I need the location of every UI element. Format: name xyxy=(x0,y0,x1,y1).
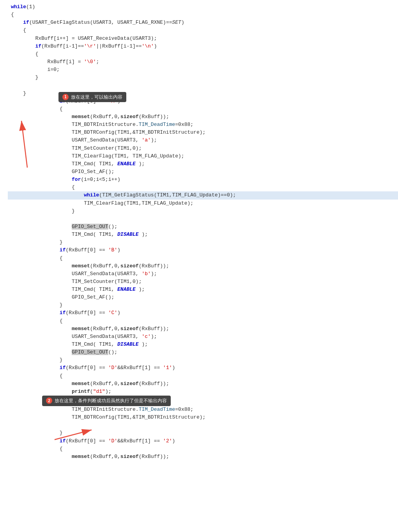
code-line: GPIO_Set_OUT(); xyxy=(8,348,398,356)
code-line: if(RxBuff[0] == 'D'&&RxBuff[1] == '2') xyxy=(8,437,398,445)
code-line: { xyxy=(8,11,398,19)
code-line: } xyxy=(8,301,398,309)
code-line: memset(RxBuff,0,sizeof(RxBuff)); xyxy=(8,380,398,388)
code-line: } xyxy=(8,207,398,215)
code-block: while(1) { if(USART_GetFlagStatus(USART3… xyxy=(8,3,398,461)
code-line: TIM_BDTRConfig(TIM1,&TIM_BDTRInitStructu… xyxy=(8,129,398,136)
code-line: { xyxy=(8,372,398,380)
code-line: memset(RxBuff,0,sizeof(RxBuff)); xyxy=(8,325,398,333)
code-line xyxy=(8,81,398,89)
code-line: } xyxy=(8,239,398,246)
code-line: for(i=0;i<5;i++) xyxy=(8,176,398,184)
code-line: USART_SendData(USART3, 'a'); xyxy=(8,136,398,144)
code-line: { xyxy=(8,105,398,113)
code-line: USART_SendData(USART3, 'c'); xyxy=(8,333,398,341)
code-line: GPIO_Set_OUT(); xyxy=(8,223,398,231)
code-line: memset(RxBuff,0,sizeof(RxBuff)); xyxy=(8,453,398,461)
code-line: memset(RxBuff,0,sizeof(RxBuff)); xyxy=(8,262,398,270)
code-line: i=0; xyxy=(8,66,398,74)
code-line: { xyxy=(8,317,398,325)
code-line: if(USART_GetFlagStatus(USART3, USART_FLA… xyxy=(8,19,398,27)
code-line xyxy=(8,421,398,429)
code-line: TIM_ClearFlag(TIM1,TIM_FLAG_Update); xyxy=(8,200,398,207)
code-line: TIM_Cmd( TIM1, DISABLE ); xyxy=(8,341,398,348)
annotation-2: 2 放在这里，条件判断成功后虽然执行了但是不输出内容 xyxy=(42,396,171,406)
code-line: USART_SendData(USART3, 'b'); xyxy=(8,270,398,278)
code-line: { xyxy=(8,50,398,58)
code-line: TIM_Cmd( TIM1, ENABLE ); xyxy=(8,160,398,168)
code-line: TIM_ClearFlag(TIM1, TIM_FLAG_Update); xyxy=(8,152,398,160)
code-line: printf("d1"); xyxy=(8,388,398,396)
code-line: RxBuff[i] = '\0'; xyxy=(8,58,398,66)
code-line: if(RxBuff[0] == 'D'&&RxBuff[1] == '1') xyxy=(8,364,398,372)
code-line: RxBuff[i++] = USART_ReceiveData(USART3); xyxy=(8,35,398,42)
code-line: { xyxy=(8,255,398,262)
code-line: TIM_BDTRInitStructure.TIM_DeadTime=0x88; xyxy=(8,121,398,129)
code-line: memset(RxBuff,0,sizeof(RxBuff)); xyxy=(8,113,398,121)
code-line: { xyxy=(8,445,398,453)
code-line: GPIO_Set_AF(); xyxy=(8,168,398,176)
code-line-highlighted: while(TIM_GetFlagStatus(TIM1,TIM_FLAG_Up… xyxy=(8,191,398,199)
code-line: TIM_Cmd( TIM1, ENABLE ); xyxy=(8,286,398,293)
code-line xyxy=(8,215,398,223)
code-line: if(RxBuff[0] == 'B') xyxy=(8,246,398,254)
annotation-2-text: 放在这里，条件判断成功后虽然执行了但是不输出内容 xyxy=(55,397,167,405)
code-line: if(RxBuff[0] == 'C') xyxy=(8,309,398,317)
code-line: TIM_SetCounter(TIM1,0); xyxy=(8,278,398,286)
code-line: } xyxy=(8,356,398,364)
code-line: GPIO_Set_AF(); xyxy=(8,293,398,301)
code-line: while(1) xyxy=(8,3,398,11)
code-line: if(RxBuff[i-1]=='\r'||RxBuff[i-1]=='\n') xyxy=(8,42,398,50)
code-line: TIM_BDTRConfig(TIM1,&TIM_BDTRInitStructu… xyxy=(8,414,398,421)
badge-1: 1 xyxy=(62,94,69,100)
annotation-1: 1 放在这里，可以输出内容 xyxy=(58,92,126,103)
code-line: TIM_Cmd( TIM1, DISABLE ); xyxy=(8,231,398,239)
code-line: { xyxy=(8,184,398,191)
code-container: while(1) { if(USART_GetFlagStatus(USART3… xyxy=(0,0,398,464)
badge-2: 2 xyxy=(46,398,52,404)
code-line: } xyxy=(8,429,398,437)
code-line: TIM_BDTRInitStructure.TIM_DeadTime=0x88; xyxy=(8,406,398,414)
code-line: } xyxy=(8,74,398,81)
code-line: TIM_SetCounter(TIM1,0); xyxy=(8,145,398,152)
code-line: { xyxy=(8,27,398,34)
annotation-1-text: 放在这里，可以输出内容 xyxy=(71,94,122,101)
